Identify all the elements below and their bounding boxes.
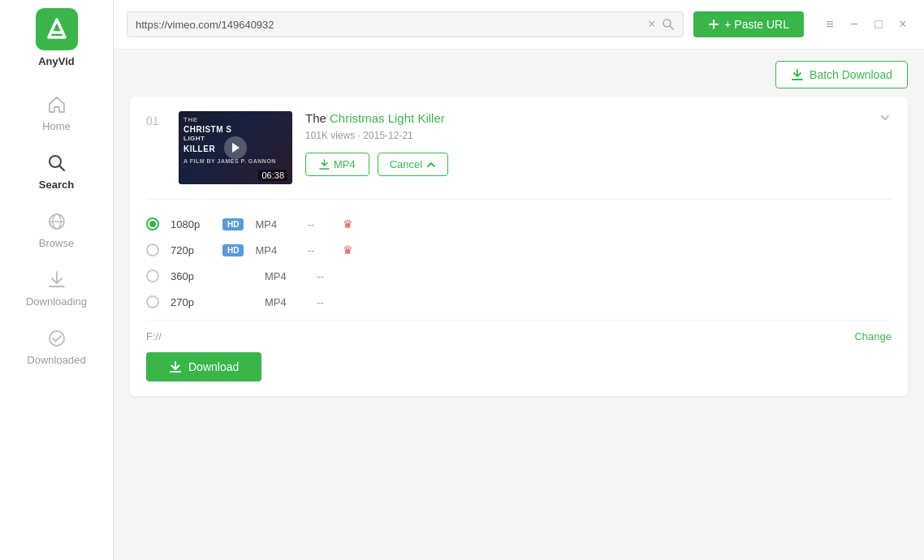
download-icon — [791, 68, 804, 81]
menu-button[interactable]: ≡ — [822, 16, 838, 32]
chevron-down-icon — [879, 111, 892, 124]
download-path-text: F:// — [146, 330, 162, 342]
quality-label-720p: 720p — [171, 244, 211, 256]
video-meta: 101K views · 2015-12-21 — [305, 130, 866, 141]
hd-badge-720p: HD — [222, 244, 244, 256]
quality-row-1080p: 1080p HD MP4 -- ♛ — [146, 211, 892, 237]
downloaded-icon — [45, 327, 68, 350]
sidebar-item-browse[interactable]: Browse — [0, 200, 113, 259]
minimize-button[interactable]: − — [846, 16, 862, 32]
video-duration: 06:38 — [258, 170, 287, 181]
download-icon — [319, 159, 330, 170]
maximize-button[interactable]: □ — [870, 16, 887, 32]
quality-radio-720p[interactable] — [146, 243, 159, 256]
play-button[interactable] — [224, 136, 247, 159]
logo-area: AnyVid — [36, 8, 78, 67]
video-info: The Christmas Light Killer 101K views · … — [305, 111, 866, 176]
premium-icon-1080p: ♛ — [343, 218, 353, 230]
close-button[interactable]: × — [895, 16, 911, 32]
change-path-link[interactable]: Change — [854, 330, 892, 342]
quality-radio-270p[interactable] — [146, 295, 159, 308]
sidebar-item-label: Search — [39, 179, 74, 191]
size-label-1080p: -- — [307, 218, 331, 230]
quality-label-1080p: 1080p — [171, 218, 211, 230]
search-icon — [662, 18, 675, 31]
download-button[interactable]: Download — [146, 352, 261, 381]
sidebar-item-label: Browse — [39, 237, 74, 249]
format-label-270p: MP4 — [265, 296, 305, 308]
quality-row-270p: 270p MP4 -- — [146, 289, 892, 315]
downloading-icon — [45, 269, 68, 291]
hd-badge-1080p: HD — [222, 218, 244, 230]
cancel-button[interactable]: Cancel — [378, 153, 448, 176]
home-icon — [45, 93, 68, 116]
sidebar-item-label: Downloading — [26, 295, 87, 308]
sidebar-item-search[interactable]: Search — [0, 142, 113, 200]
paste-url-button[interactable]: + Paste URL — [693, 11, 804, 37]
size-label-270p: -- — [317, 296, 341, 308]
size-label-720p: -- — [307, 244, 331, 256]
svg-marker-13 — [232, 143, 240, 153]
url-input[interactable] — [136, 19, 641, 31]
main-content: × + Paste URL ≡ − □ × Batch — [114, 0, 924, 560]
play-icon — [231, 142, 240, 153]
format-label-1080p: MP4 — [255, 218, 296, 230]
video-card: 01 THE CHRISTM S LIGHT KILLER A FILM BY … — [130, 97, 908, 396]
quality-radio-1080p[interactable] — [146, 218, 159, 230]
quality-row-360p: 360p MP4 -- — [146, 263, 892, 289]
radio-inner — [149, 221, 156, 227]
topbar: × + Paste URL ≡ − □ × — [114, 0, 924, 50]
app-logo — [36, 8, 78, 50]
app-name: AnyVid — [38, 55, 75, 67]
video-actions: MP4 Cancel — [305, 153, 866, 176]
svg-point-7 — [50, 331, 64, 346]
download-icon — [169, 360, 182, 373]
quality-radio-360p[interactable] — [146, 269, 159, 282]
sidebar: AnyVid Home Search Browse Downloading — [0, 0, 114, 560]
download-path-row: F:// Change — [146, 320, 892, 349]
quality-options: 1080p HD MP4 -- ♛ 720p HD MP4 -- ♛ — [146, 199, 892, 315]
quality-label-360p: 360p — [171, 270, 211, 282]
svg-line-9 — [670, 26, 673, 29]
window-controls: ≡ − □ × — [822, 16, 911, 32]
search-icon — [45, 152, 68, 174]
svg-marker-0 — [49, 19, 65, 37]
sidebar-item-label: Home — [42, 120, 71, 132]
plus-icon — [708, 19, 719, 30]
size-label-360p: -- — [317, 270, 341, 282]
card-expand-icon[interactable] — [879, 111, 892, 127]
video-header: 01 THE CHRISTM S LIGHT KILLER A FILM BY … — [146, 111, 892, 184]
mp4-button[interactable]: MP4 — [305, 153, 369, 176]
format-label-360p: MP4 — [265, 270, 305, 282]
quality-label-270p: 270p — [171, 296, 211, 308]
sidebar-item-label: Downloaded — [27, 354, 85, 366]
sidebar-item-home[interactable]: Home — [0, 84, 113, 142]
sidebar-item-downloaded[interactable]: Downloaded — [0, 317, 113, 376]
video-index: 01 — [146, 111, 166, 127]
batch-area: Batch Download — [114, 50, 924, 97]
chevron-up-icon — [426, 160, 436, 170]
quality-row-720p: 720p HD MP4 -- ♛ — [146, 237, 892, 263]
format-label-720p: MP4 — [255, 244, 296, 256]
video-thumbnail[interactable]: THE CHRISTM S LIGHT KILLER A FILM BY JAM… — [179, 111, 292, 184]
clear-icon[interactable]: × — [648, 18, 655, 31]
url-bar: × — [127, 11, 684, 37]
sidebar-item-downloading[interactable]: Downloading — [0, 259, 113, 317]
svg-line-3 — [59, 166, 64, 171]
premium-icon-720p: ♛ — [343, 243, 353, 256]
content-area: 01 THE CHRISTM S LIGHT KILLER A FILM BY … — [114, 97, 924, 560]
batch-download-button[interactable]: Batch Download — [775, 61, 908, 88]
browse-icon — [45, 210, 68, 233]
video-title: The Christmas Light Killer — [305, 111, 866, 125]
